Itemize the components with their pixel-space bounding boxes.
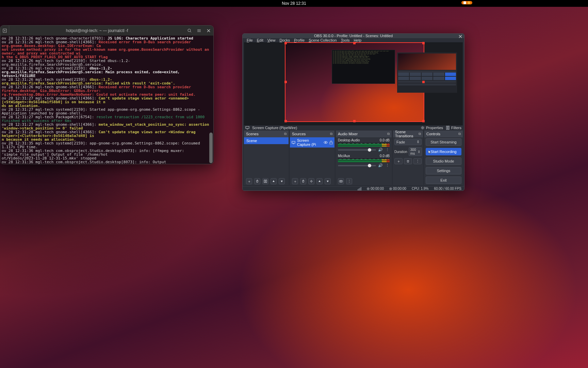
vu-meter: -60-55-50-45-40-35-30-25-20-15-10-50 (338, 158, 390, 163)
start-recording-button[interactable]: Start Recording (426, 148, 461, 155)
duration-spinner[interactable]: 300 ms⇳ (409, 147, 422, 156)
preview-mini-obs (397, 52, 457, 93)
audio-track: Mic/Aux0.0 dB-60-55-50-45-40-35-30-25-20… (336, 153, 392, 169)
obs-preview[interactable]: ov 28 12:31:26 mgl-tech gnome-shell: war… (244, 42, 463, 125)
move-down-button[interactable] (325, 178, 331, 184)
transition-select[interactable]: Fade⇳ (394, 139, 422, 145)
speaker-icon[interactable]: 🔊 (378, 163, 383, 168)
obs-status-bar: 00:00:00 00:00:00 CPU: 1.9% 60.00 / 60.0… (243, 186, 464, 190)
close-icon[interactable] (204, 26, 213, 35)
menu-tools[interactable]: Tools (339, 38, 352, 42)
popout-icon[interactable]: ⧉ (284, 132, 287, 136)
popout-icon[interactable]: ⧉ (387, 132, 390, 136)
terminal-output[interactable]: ov 28 12:31:26 mgl-tech gnome-character[… (0, 36, 213, 164)
settings-button[interactable]: Settings (426, 167, 461, 174)
track-db: 0.0 dB (380, 138, 390, 142)
resize-handle[interactable] (353, 42, 356, 44)
dock-title: Scenes (246, 132, 259, 136)
filters-button[interactable]: Filters (446, 126, 461, 130)
speaker-icon[interactable]: 🔊 (378, 148, 383, 152)
hamburger-menu-icon[interactable] (194, 26, 204, 35)
menu-edit[interactable]: Edit (255, 38, 265, 42)
record-timer: 00:00:00 (389, 187, 406, 190)
dock-title: Scene Transitions (395, 130, 419, 138)
menu-view[interactable]: View (265, 38, 278, 42)
svg-rect-11 (330, 142, 332, 144)
terminal-scrollbar[interactable] (209, 36, 213, 163)
resize-handle[interactable] (422, 120, 425, 122)
move-up-button[interactable] (271, 178, 277, 184)
svg-rect-8 (292, 141, 295, 143)
add-button[interactable]: ＋ (292, 178, 298, 184)
audio-track: Desktop Audio0.0 dB-60-55-50-45-40-35-30… (336, 137, 392, 153)
audio-menu-button[interactable]: ⋮ (346, 178, 352, 184)
chevron-updown-icon: ⇳ (416, 140, 420, 144)
terminal-titlebar[interactable]: hotpot@mgl-tech: ~ — journalctl -f (0, 26, 213, 36)
sources-dock: Sources⧉ Screen Capture (Pi ＋ (290, 131, 334, 185)
popout-icon[interactable]: ⧉ (330, 132, 332, 136)
resize-handle[interactable] (284, 42, 287, 44)
popout-icon[interactable]: ⧉ (419, 132, 421, 136)
obs-titlebar[interactable]: OBS 30.0.0 - Profile: Untitled - Scenes:… (243, 34, 464, 38)
menu-file[interactable]: File (245, 38, 255, 42)
obs-window: OBS 30.0.0 - Profile: Untitled - Scenes:… (242, 33, 464, 191)
resize-handle[interactable] (353, 120, 356, 122)
resize-handle[interactable] (284, 120, 287, 122)
remove-transition-button[interactable] (404, 158, 412, 164)
menu-profile[interactable]: Profile (292, 38, 307, 42)
track-name: Desktop Audio (338, 138, 360, 142)
scene-filters-button[interactable] (262, 178, 268, 184)
menu-scene-collection[interactable]: Scene Collection (307, 38, 339, 42)
duration-label: Duration (394, 150, 407, 154)
audio-mixer-dock: Audio Mixer⧉ Desktop Audio0.0 dB-60-55-5… (336, 131, 392, 185)
preview-mini-terminal: ov 28 12:31:26 mgl-tech gnome-shell: war… (332, 50, 395, 84)
track-db: 0.0 dB (380, 154, 390, 158)
svg-point-10 (325, 142, 326, 143)
monitor-icon (292, 141, 295, 144)
move-down-button[interactable] (279, 178, 285, 184)
start-streaming-button[interactable]: Start Streaming (426, 138, 461, 146)
selected-source-label: Screen Capture (PipeWire) (252, 126, 297, 130)
properties-button[interactable]: Properties (421, 126, 443, 130)
advanced-audio-button[interactable] (338, 178, 344, 184)
studio-mode-button[interactable]: Studio Mode (426, 157, 461, 165)
move-up-button[interactable] (316, 178, 323, 184)
search-icon[interactable] (185, 26, 194, 35)
filters-icon (446, 126, 450, 130)
lock-icon[interactable] (329, 140, 333, 144)
visibility-icon[interactable] (324, 140, 328, 144)
cpu-usage: CPU: 1.9% (412, 187, 428, 190)
transition-menu-button[interactable]: ⋮ (413, 158, 422, 164)
new-tab-button[interactable] (0, 26, 9, 35)
resize-handle[interactable] (422, 81, 425, 83)
close-icon[interactable] (459, 35, 462, 38)
transitions-dock: Scene Transitions⧉ Fade⇳ Duration 300 ms… (393, 131, 423, 185)
chevron-updown-icon: ⇳ (418, 150, 420, 154)
svg-rect-5 (448, 126, 449, 129)
source-properties-button[interactable] (308, 178, 314, 184)
track-menu-button[interactable]: ⋮ (385, 148, 390, 152)
clock[interactable]: Nov 28 12:31 (282, 1, 306, 6)
track-menu-button[interactable]: ⋮ (385, 163, 390, 168)
scene-item[interactable]: Scene (244, 137, 289, 144)
preview-canvas[interactable]: ov 28 12:31:26 mgl-tech gnome-shell: war… (285, 43, 424, 121)
volume-slider[interactable] (338, 165, 376, 166)
cursor-icon (428, 150, 431, 154)
gear-icon (421, 126, 425, 130)
svg-point-12 (311, 181, 312, 182)
volume-slider[interactable] (338, 149, 376, 151)
scenes-dock: Scenes⧉ Scene ＋ (244, 131, 289, 185)
add-button[interactable]: ＋ (246, 178, 252, 184)
resize-handle[interactable] (284, 81, 287, 83)
remove-button[interactable] (254, 178, 260, 184)
screencast-indicator[interactable] (461, 1, 472, 4)
svg-point-1 (188, 29, 191, 32)
remove-button[interactable] (300, 178, 306, 184)
resize-handle[interactable] (422, 42, 425, 44)
obs-title-text: OBS 30.0.0 - Profile: Untitled - Scenes:… (314, 34, 393, 38)
popout-icon[interactable]: ⧉ (458, 132, 461, 136)
source-item[interactable]: Screen Capture (Pi (290, 137, 334, 148)
add-transition-button[interactable]: ＋ (394, 158, 403, 164)
exit-button[interactable]: Exit (426, 177, 461, 184)
svg-point-14 (341, 180, 343, 182)
